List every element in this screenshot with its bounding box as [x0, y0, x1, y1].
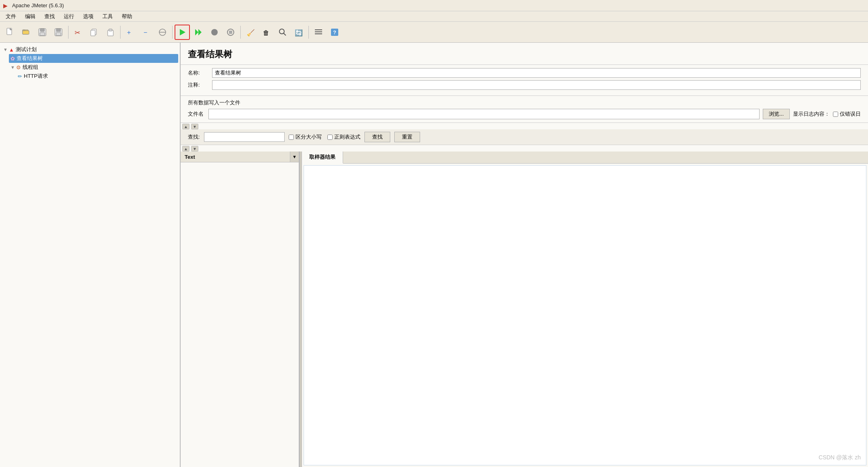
menu-item-查找[interactable]: 查找 — [40, 12, 59, 21]
svg-rect-15 — [91, 30, 95, 36]
expand-icon: ▼ — [3, 47, 8, 52]
browse-btn[interactable]: 浏览... — [763, 109, 790, 119]
regex-text: 正则表达式 — [334, 133, 360, 141]
save-btn[interactable] — [51, 25, 66, 40]
svg-rect-34 — [315, 31, 322, 32]
scroll-up-arrow2[interactable]: ▲ — [182, 146, 189, 152]
toggle-btn[interactable] — [155, 25, 170, 40]
error-checkbox-text: 仅错误日 — [840, 110, 861, 118]
menu-item-运行[interactable]: 运行 — [60, 12, 78, 21]
svg-rect-5 — [23, 31, 29, 34]
svg-point-25 — [211, 29, 218, 35]
view-result-label: 查看结果树 — [17, 55, 43, 62]
error-checkbox-label[interactable]: 仅错误日 — [833, 110, 861, 118]
file-row: 文件名 浏览... 显示日志内容： 仅错误日 — [188, 109, 861, 119]
reset-search-btn[interactable]: 重置 — [394, 132, 420, 142]
reset-btn[interactable]: 🔄 — [291, 25, 306, 40]
test-plan-icon: ▲ — [9, 47, 14, 53]
file-section: 所有数据写入一个文件 文件名 浏览... 显示日志内容： 仅错误日 — [181, 96, 868, 123]
clear-all-btn[interactable]: 🗑 — [259, 25, 274, 40]
menu-item-选项[interactable]: 选项 — [79, 12, 98, 21]
view-result-icon: ✿ — [10, 56, 15, 62]
svg-rect-17 — [109, 29, 112, 31]
test-plan-label: 测试计划 — [16, 46, 37, 53]
app-title: Apache JMeter (5.6.3) — [12, 2, 64, 8]
list-pane-header: Text ▼ — [181, 152, 299, 162]
run-no-pause-btn[interactable] — [191, 25, 206, 40]
menu-item-工具[interactable]: 工具 — [98, 12, 117, 21]
tab-bar: 取样器结果 — [302, 152, 868, 164]
run-btn[interactable] — [175, 25, 190, 40]
tree-item-http-request[interactable]: ✏ HTTP请求 — [16, 72, 178, 81]
cut-btn[interactable]: ✂ — [71, 25, 86, 40]
svg-rect-8 — [40, 29, 44, 31]
svg-rect-9 — [40, 33, 45, 35]
svg-text:?: ? — [333, 29, 336, 35]
list-pane-body — [181, 162, 299, 467]
search-toolbar-btn[interactable] — [275, 25, 290, 40]
regex-label[interactable]: 正则表达式 — [327, 133, 360, 141]
case-sensitive-checkbox[interactable] — [289, 135, 294, 140]
scroll-arrows-top: ▲ ▼ — [181, 123, 868, 129]
content-area: Text ▼ 取样器结果 — [181, 152, 868, 467]
file-label: 文件名 — [188, 110, 204, 118]
list-dropdown-btn[interactable]: ▼ — [290, 152, 299, 162]
result-pane: 取样器结果 — [302, 152, 868, 467]
scroll-arrows-bottom: ▲ ▼ — [181, 145, 868, 152]
app-icon: ▶ — [3, 2, 10, 9]
svg-text:🗑: 🗑 — [263, 29, 269, 36]
search-check-group: 区分大小写 正则表达式 — [289, 133, 360, 141]
svg-rect-12 — [56, 33, 61, 35]
shutdown-btn[interactable] — [223, 25, 238, 40]
svg-rect-11 — [56, 29, 60, 31]
clear-btn[interactable]: 🧹 — [243, 25, 258, 40]
error-only-checkbox[interactable] — [833, 112, 838, 117]
tab-sampler-result[interactable]: 取样器结果 — [302, 152, 343, 164]
svg-marker-23 — [195, 29, 198, 35]
tree-item-view-result[interactable]: ✿ 查看结果树 — [9, 54, 178, 63]
left-panel: ▼ ▲ 测试计划 ✿ 查看结果树 ▼ ⚙ 线程组 ✏ HTTP请求 — [0, 43, 181, 467]
svg-marker-24 — [198, 29, 202, 35]
copy-btn[interactable] — [87, 25, 102, 40]
sep2 — [120, 26, 121, 39]
form-section: 名称: 注释: — [181, 65, 868, 96]
sep4 — [240, 26, 241, 39]
paste-btn[interactable] — [103, 25, 118, 40]
file-input[interactable] — [208, 109, 760, 119]
menu-item-编辑[interactable]: 编辑 — [21, 12, 40, 21]
sep1 — [68, 26, 69, 39]
scroll-up-arrow[interactable]: ▲ — [182, 124, 189, 129]
name-input[interactable] — [212, 68, 861, 78]
sep3 — [172, 26, 173, 39]
log-label: 显示日志内容： — [793, 110, 830, 118]
comment-label: 注释: — [188, 81, 212, 89]
new-btn[interactable] — [2, 25, 18, 40]
search-input[interactable] — [204, 132, 285, 142]
list-btn[interactable] — [311, 25, 326, 40]
svg-text:+: + — [127, 29, 131, 36]
tree-item-thread-group[interactable]: ▼ ⚙ 线程组 — [9, 63, 178, 72]
http-request-label: HTTP请求 — [24, 73, 48, 80]
thread-expand-icon: ▼ — [10, 65, 15, 70]
menu-item-文件[interactable]: 文件 — [2, 12, 20, 21]
list-pane-title: Text — [181, 152, 290, 162]
save-as-btn[interactable] — [35, 25, 50, 40]
svg-text:🔄: 🔄 — [295, 29, 303, 37]
expand-btn[interactable]: + — [123, 25, 138, 40]
comment-input[interactable] — [212, 80, 861, 90]
scroll-down-arrow[interactable]: ▼ — [191, 124, 198, 129]
regex-checkbox[interactable] — [327, 135, 333, 140]
find-btn[interactable]: 查找 — [364, 132, 390, 142]
svg-text:−: − — [144, 29, 147, 36]
title-bar: ▶ Apache JMeter (5.6.3) — [0, 0, 868, 11]
collapse-btn[interactable]: − — [139, 25, 154, 40]
open-btn[interactable] — [19, 25, 34, 40]
result-body — [304, 165, 866, 465]
help-btn[interactable]: ? — [327, 25, 342, 40]
tree-item-test-plan[interactable]: ▼ ▲ 测试计划 — [2, 45, 178, 54]
case-sensitive-label[interactable]: 区分大小写 — [289, 133, 322, 141]
menu-item-帮助[interactable]: 帮助 — [118, 12, 136, 21]
scroll-down-arrow2[interactable]: ▼ — [191, 146, 198, 152]
stop-btn[interactable] — [207, 25, 222, 40]
svg-text:✂: ✂ — [75, 29, 80, 37]
